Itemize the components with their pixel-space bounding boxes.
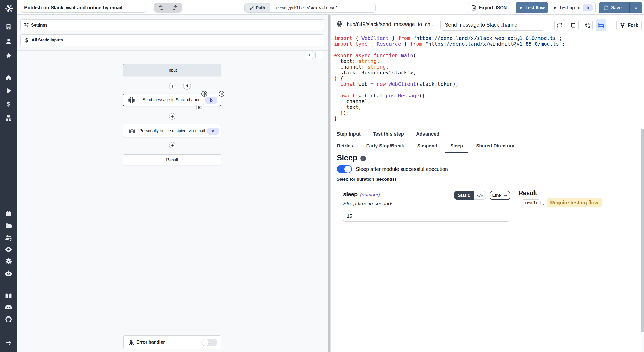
topbar: Path u/henri/publish_slack_wait_mail Exp… [17,0,644,15]
step-name-input[interactable] [440,19,544,31]
result-node[interactable]: Result [123,154,221,165]
code-token: ; [559,35,562,41]
sidebar [0,0,17,352]
sleep-section-title: Sleep [337,153,357,162]
reload-script-button[interactable] [554,19,565,31]
path-value[interactable]: u/henri/publish_slack_wait_mail [270,3,375,12]
slack-icon [337,21,342,27]
input-node[interactable]: Input [123,64,221,76]
zoom-out-button[interactable]: - [315,51,324,59]
scrollbar-thumb[interactable] [641,129,644,332]
code-token: WebClient [389,81,416,87]
code-token: function [374,53,398,58]
add-step-button[interactable] [169,142,175,148]
code-token: (slack.token); [416,81,459,87]
export-json-button[interactable]: Export JSON [468,2,510,13]
code-token [386,81,389,87]
move-step-handle[interactable] [201,91,207,97]
sleep-value-input[interactable] [343,211,510,222]
sidebar-item-home[interactable] [0,74,17,81]
panel-resize-handle[interactable] [328,15,330,352]
sidebar-item-workspace[interactable] [0,23,17,30]
sidebar-item-runs[interactable] [0,88,17,94]
toggle-knob [202,339,209,346]
undo-button[interactable] [158,5,164,11]
code-mode-button[interactable]: </> [474,191,486,200]
code-token [410,35,413,41]
code-token: from [398,35,410,41]
code-token [334,81,340,87]
subtab-sleep[interactable]: Sleep [445,140,468,153]
hub-script-path[interactable]: hub/849/slack/send_message_to_ch... [347,21,435,27]
redo-button[interactable] [172,5,178,11]
add-step-button[interactable] [169,113,175,120]
sidebar-item-groups[interactable] [0,234,17,241]
close-icon [220,92,223,96]
play-icon [519,6,523,10]
code-token: const [340,81,355,87]
link-button[interactable]: Link [490,191,510,200]
sidebar-item-schedules[interactable] [0,210,17,217]
stop-after-button[interactable] [568,19,579,31]
sidebar-item-workers[interactable] [0,270,17,277]
scrollbar[interactable] [641,128,644,352]
info-icon[interactable]: i [360,156,366,161]
tab-step-input[interactable]: Step Input [337,131,361,137]
calendar-icon [5,210,12,217]
sleep-button[interactable] [596,19,606,31]
sidebar-item-collapse[interactable] [0,339,17,346]
sidebar-item-folders[interactable] [0,222,17,229]
error-handler-node[interactable]: Error handler [123,335,221,349]
pencil-icon [249,6,254,10]
cubes-icon [5,114,12,122]
code-token [422,41,425,47]
play-icon [5,88,12,94]
fork-button[interactable]: Fork [616,19,642,31]
sidebar-item-audit-logs[interactable] [0,246,17,253]
code-token: slack: Resource< [334,70,389,76]
tab-test-this-step[interactable]: Test this step [373,131,404,137]
test-up-to-button[interactable]: Test up tob [550,2,596,13]
code-token: web = [355,81,377,87]
sidebar-item-variables[interactable] [0,101,17,107]
home-icon [5,74,12,81]
path-label[interactable]: Path [245,3,270,12]
subtab-suspend[interactable]: Suspend [412,140,443,153]
sidebar-item-discord[interactable] [0,304,17,311]
discord-icon [5,304,12,311]
sleep-toggle[interactable] [337,165,352,173]
result-key: result [522,199,541,206]
code-token: "slack" [389,70,410,76]
subtab-shared-directory[interactable]: Shared Directory [471,140,520,153]
sidebar-item-resources[interactable] [0,114,17,122]
label: Link [492,193,502,198]
code-token: text, [334,104,361,110]
sidebar-item-favorites[interactable] [0,52,17,59]
step-node-email[interactable]: Personally notice recipient via email a [123,124,221,137]
zoom-in-button[interactable]: + [305,51,313,59]
flow-name-input[interactable] [21,3,146,13]
test-flow-button[interactable]: Test flow [516,2,548,13]
add-step-button[interactable] [169,83,175,89]
windmill-logo[interactable] [4,3,14,13]
trigger-button[interactable] [183,82,191,90]
settings-row[interactable]: Settings [20,19,324,31]
delete-step-button[interactable] [219,91,224,97]
save-dropdown-button[interactable] [629,2,642,13]
code-editor[interactable]: import { WebClient } from "https://deno.… [331,33,644,128]
all-static-inputs-row[interactable]: All Static Inputs [20,34,324,46]
lightning-icon [185,84,189,88]
sidebar-item-docs[interactable] [0,292,17,299]
tab-advanced[interactable]: Advanced [416,131,439,137]
code-token: ; [562,41,565,47]
subtab-retries[interactable]: Retries [332,140,358,153]
suspend-button[interactable] [582,19,593,31]
panel-divider [17,50,328,51]
static-mode-button[interactable]: Static [454,191,474,200]
sidebar-item-github[interactable] [0,316,17,323]
sidebar-item-settings[interactable] [0,258,17,265]
sidebar-item-user[interactable] [0,38,17,45]
chevron-down-icon [633,5,639,11]
subtab-early-stop-break[interactable]: Early Stop/Break [361,140,409,153]
error-handler-toggle[interactable] [201,339,217,346]
